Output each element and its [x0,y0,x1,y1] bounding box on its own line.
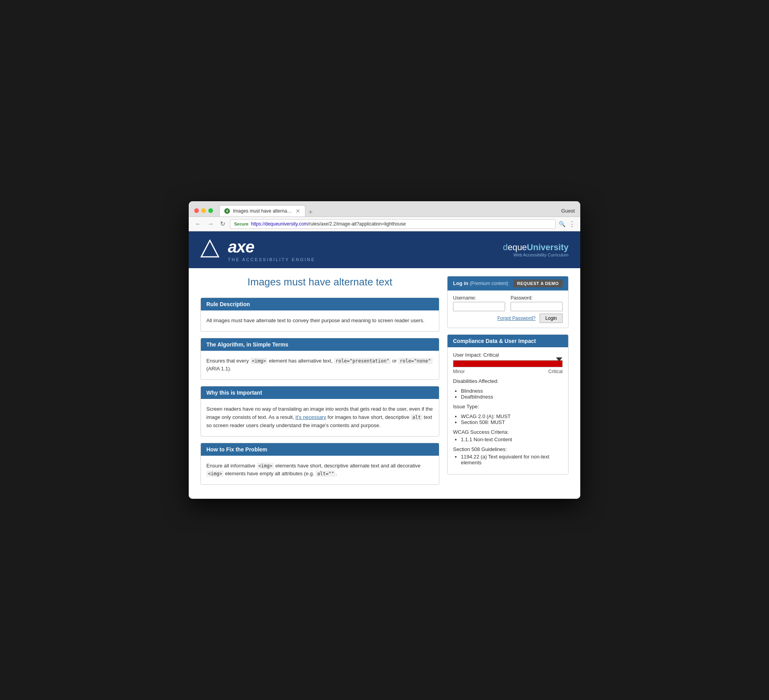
alt-code: alt [411,414,422,420]
url-domain: https://dequeuniversity.com [251,221,308,227]
user-impact: User Impact: Critical Minor Critical [453,352,563,374]
algorithm-body: Ensures that every <img> element has alt… [201,351,439,380]
request-demo-button[interactable]: REQUEST A DEMO [513,280,563,287]
list-item: Section 508: MUST [461,419,563,425]
issue-type-list: WCAG 2.0 (A): MUST Section 508: MUST [461,413,563,425]
importance-section: Why this is Important Screen readers hav… [200,386,439,436]
rule-description-section: Rule Description All images must have al… [200,298,439,332]
login-body: Username: Password: Forgot Password? Log… [448,290,568,328]
section508-section: Section 508 Guidelines: 1194.22 (a) Text… [453,446,563,465]
impact-min-label: Minor [453,369,465,374]
username-input[interactable] [453,302,505,311]
section508-list: 1194.22 (a) Text equivalent for non-text… [461,454,563,465]
tab-bar: d Images must have alternate te… ✕ + [219,205,557,216]
minimize-button[interactable] [201,208,206,213]
fix-section: How to Fix the Problem Ensure all inform… [200,443,439,485]
login-fields: Username: Password: [453,295,563,311]
reload-button[interactable]: ↻ [218,219,227,228]
active-tab[interactable]: d Images must have alternate te… ✕ [219,205,305,216]
username-label: Username: [453,295,505,301]
login-header: Log in (Premium content) REQUEST A DEMO [448,276,568,290]
axe-triangle-icon [200,240,219,258]
deque-branding: dequeUniversity Web Accessibility Curric… [503,242,569,257]
alt-empty-code: alt="" [316,471,336,477]
svg-marker-0 [201,240,218,257]
section508-title: Section 508 Guidelines: [453,446,563,452]
necessary-link[interactable]: it's necessary [296,414,326,420]
back-button[interactable]: ← [193,220,203,228]
password-field: Password: [511,295,563,311]
deque-university-logo: dequeUniversity [503,242,569,253]
login-actions: Forgot Password? Login [453,314,563,323]
tab-favicon: d [224,208,230,214]
list-item: Deafblindness [461,394,563,400]
close-button[interactable] [194,208,199,213]
page-title: Images must have alternate text [200,276,439,288]
browser-content: axe THE ACCESSIBILITY ENGINE dequeUniver… [189,231,580,499]
impact-labels: Minor Critical [453,369,563,374]
password-label: Password: [511,295,563,301]
issue-type-section: Issue Type: WCAG 2.0 (A): MUST Section 5… [453,404,563,425]
fix-heading: How to Fix the Problem [201,443,439,456]
main-content: Images must have alternate text Rule Des… [189,268,580,499]
username-field: Username: [453,295,505,311]
axe-text-group: axe THE ACCESSIBILITY ENGINE [228,238,315,262]
fullscreen-button[interactable] [208,208,213,213]
search-icon[interactable]: 🔍 [559,221,565,227]
login-title: Log in [453,280,468,286]
login-header-content: Log in (Premium content) [453,280,508,286]
guest-label: Guest [561,208,575,214]
login-subtitle: (Premium content) [470,281,509,286]
rule-description-body: All images must have alternate text to c… [201,310,439,331]
secure-badge: Secure [234,222,249,226]
img-code-3: <img> [206,471,224,477]
new-tab-button[interactable]: + [305,208,316,216]
wcag-criteria-section: WCAG Success Criteria: 1.1.1 Non-text Co… [453,429,563,442]
deque-subtitle: Web Accessibility Curriculum [503,253,569,257]
address-url: https://dequeuniversity.com/rules/axe/2.… [251,221,406,227]
algorithm-heading: The Algorithm, in Simple Terms [201,338,439,351]
forward-button[interactable]: → [206,220,215,228]
axe-logo: axe THE ACCESSIBILITY ENGINE [200,238,315,262]
browser-titlebar: d Images must have alternate te… ✕ + Gue… [189,201,580,217]
site-header: axe THE ACCESSIBILITY ENGINE dequeUniver… [189,231,580,268]
compliance-heading: Compliance Data & User Impact [448,335,568,347]
forgot-password-link[interactable]: Forgot Password? [497,316,535,321]
login-box: Log in (Premium content) REQUEST A DEMO … [447,276,569,328]
axe-brand-name: axe [228,238,315,256]
axe-brand-text: axe [228,238,254,256]
fix-body: Ensure all informative <img> elements ha… [201,456,439,485]
list-item: WCAG 2.0 (A): MUST [461,413,563,419]
role-presentation-code: role="presentation" [334,358,391,364]
tab-close-icon[interactable]: ✕ [296,208,300,214]
address-bar[interactable]: Secure https://dequeuniversity.com/rules… [230,219,556,229]
password-input[interactable] [511,302,563,311]
disabilities-list: Blindness Deafblindness [461,388,563,400]
impact-track [453,360,563,367]
list-item: 1.1.1 Non-text Content [461,437,563,442]
login-button[interactable]: Login [540,314,563,323]
compliance-box: Compliance Data & User Impact User Impac… [447,334,569,474]
browser-window: d Images must have alternate te… ✕ + Gue… [189,201,580,499]
img-code-1: <img> [250,358,267,364]
compliance-body: User Impact: Critical Minor Critical [448,347,568,474]
list-item: 1194.22 (a) Text equivalent for non-text… [461,454,563,465]
impact-pointer-icon [556,357,562,361]
algorithm-section: The Algorithm, in Simple Terms Ensures t… [200,338,439,380]
disabilities-section: Disabilities Affected: Blindness Deafbli… [453,378,563,400]
importance-body: Screen readers have no way of translatin… [201,399,439,436]
user-impact-label: User Impact: Critical [453,352,563,358]
wcag-title: WCAG Success Criteria: [453,429,563,435]
impact-max-label: Critical [548,369,563,374]
browser-addressbar: ← → ↻ Secure https://dequeuniversity.com… [189,217,580,231]
list-item: Blindness [461,388,563,394]
disabilities-title: Disabilities Affected: [453,378,563,384]
traffic-lights [194,208,213,213]
menu-button[interactable]: ⋮ [569,220,576,228]
importance-heading: Why this is Important [201,386,439,399]
right-column: Log in (Premium content) REQUEST A DEMO … [447,276,569,491]
impact-slider [453,360,563,367]
tab-title: Images must have alternate te… [233,208,292,214]
role-none-code: role="none" [398,358,432,364]
left-column: Images must have alternate text Rule Des… [200,276,439,491]
